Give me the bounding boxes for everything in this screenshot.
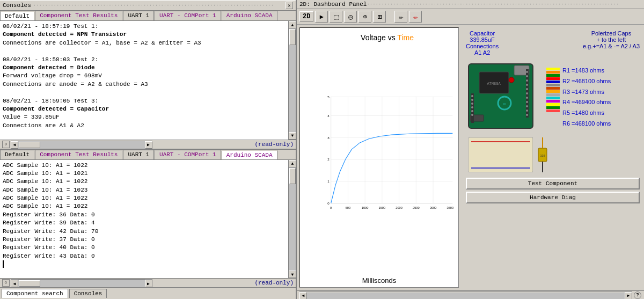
dashboard-scrollbar-h[interactable]: ◀ ▶ — [299, 291, 632, 299]
console-line — [3, 47, 286, 55]
toolbar-play-btn[interactable]: ▶ — [315, 11, 328, 23]
scroll-up-btn2[interactable]: ▲ — [289, 160, 296, 167]
toolbar-circle-btn[interactable]: ◎ — [344, 11, 357, 23]
r2-label: R2 =468100 ohms — [562, 76, 611, 87]
dash-scroll-right[interactable]: ▶ — [625, 292, 632, 300]
status-tab-consoles[interactable]: Consoles — [69, 289, 107, 298]
scroll-down-btn2[interactable]: ▼ — [289, 271, 296, 278]
console-line: 08/02/21 - 18:58:03 Test 2: — [3, 56, 286, 64]
right-bottom-bar: ◀ ▶ ? — [297, 290, 644, 299]
svg-point-45 — [526, 88, 528, 90]
scroll-right-btn2[interactable]: ▶ — [145, 280, 152, 287]
svg-point-42 — [526, 75, 528, 77]
svg-point-46 — [526, 92, 528, 94]
wire-blue — [546, 81, 560, 83]
lower-scrollbar-h[interactable]: ◀ ▶ — [11, 279, 152, 287]
tab-uart-comport-upper[interactable]: UART - COMPort 1 — [155, 11, 221, 20]
upper-console: Default Component Test Results UART 1 UA… — [0, 11, 296, 150]
close-button[interactable]: ✕ — [286, 2, 293, 9]
scroll-right-btn[interactable]: ▶ — [145, 141, 152, 149]
help-icon[interactable]: ? — [634, 291, 641, 299]
console-line: ADC Sample 10: A1 = 1021 — [3, 170, 286, 178]
tab-component-test-upper[interactable]: Component Test Results — [35, 11, 122, 20]
toolbar-brush-btn[interactable]: ✏ — [409, 11, 422, 23]
tab-arduino-scada-upper[interactable]: Arduino SCADA — [222, 11, 277, 20]
capacitor-info: Capacitor 339.85uF Connections A1 A2 — [466, 30, 499, 56]
arduino-svg: ATMEGA — [466, 61, 544, 134]
lower-tab-bar: Default Component Test Results UART 1 UA… — [0, 150, 296, 160]
scroll-left-btn[interactable]: ◀ — [11, 141, 18, 149]
dash-h-track[interactable] — [307, 293, 625, 299]
console-line: Register Write: 36 Data: 0 — [3, 211, 286, 219]
scroll-left-btn2[interactable]: ◀ — [11, 280, 18, 287]
wire-magenta — [546, 100, 560, 103]
svg-text:1000: 1000 — [362, 206, 369, 209]
status-tab-component-search[interactable]: Component search — [2, 289, 68, 298]
toolbar-grid-btn[interactable]: ⊞ — [373, 11, 386, 23]
chart-title: Voltage vs Time — [319, 33, 456, 42]
chart-x-label: Millisconds — [300, 276, 458, 285]
tab-uart1-upper[interactable]: UART 1 — [123, 11, 154, 20]
toolbar-select-btn[interactable]: ⬚ — [330, 11, 342, 23]
h-scroll-track2[interactable] — [18, 280, 145, 287]
hardware-diag-button[interactable]: Hardware Diag — [466, 192, 640, 203]
tab-uart1-lower[interactable]: UART 1 — [123, 150, 154, 159]
lower-scrollbar-v[interactable]: ▲ ▼ — [288, 160, 296, 279]
dashboard-toolbar: 2D ▶ ⬚ ◎ ⊕ ⊞ ✏ ✏ — [297, 9, 644, 25]
consoles-title: Consoles — [3, 2, 31, 9]
svg-text:2000: 2000 — [396, 206, 402, 209]
footer-icon2[interactable]: ○ — [2, 279, 10, 287]
cursor-line — [3, 260, 4, 268]
console-line: ADC Sample 10: A1 = 1022 — [3, 162, 286, 170]
scroll-track2[interactable] — [289, 167, 296, 271]
scroll-down-btn[interactable]: ▼ — [289, 132, 296, 140]
chart-svg: 0 1 2 3 4 5 0 500 1000 1500 2000 2500 30… — [319, 45, 456, 259]
svg-point-40 — [471, 114, 473, 116]
svg-point-38 — [471, 106, 473, 108]
scroll-thumb2[interactable] — [289, 168, 296, 184]
tab-default-upper[interactable]: Default — [0, 11, 34, 20]
wire-silver — [546, 93, 560, 96]
polarized-info: Polerized Caps + to the left e.g.+=A1 & … — [583, 30, 640, 56]
console-line: 08/02/21 - 18:57:19 Test 1: — [3, 23, 286, 31]
console-line: Component detected = Diode — [3, 64, 286, 72]
svg-point-47 — [526, 97, 528, 99]
h-scroll-thumb2[interactable] — [19, 280, 40, 287]
upper-scrollbar-h[interactable]: ◀ ▶ — [11, 141, 152, 148]
test-component-button[interactable]: Test Component — [466, 178, 640, 189]
tab-component-test-lower[interactable]: Component Test Results — [35, 150, 122, 159]
upper-scrollbar-v[interactable]: ▲ ▼ — [288, 21, 296, 140]
svg-point-39 — [471, 110, 473, 112]
svg-text:0: 0 — [330, 206, 332, 209]
wire-brown — [546, 87, 560, 90]
cap-svg: 339 — [536, 137, 562, 172]
svg-text:0: 0 — [327, 201, 330, 205]
action-buttons: Test Component Hardware Diag — [466, 178, 640, 203]
cap-line3: Connections — [466, 43, 499, 49]
scroll-thumb[interactable] — [289, 29, 296, 45]
svg-text:3000: 3000 — [430, 206, 437, 209]
scroll-track[interactable] — [289, 28, 296, 132]
tab-arduino-scada-lower[interactable]: Arduino SCADA — [222, 150, 277, 159]
console-line: 08/02/21 - 18:59:05 Test 3: — [3, 97, 286, 105]
dashboard-content: Voltage vs Time — [297, 25, 644, 290]
pol-line3: e.g.+=A1 & -= A2 / A3 — [583, 43, 640, 49]
h-scroll-track[interactable] — [18, 141, 145, 149]
tab-default-lower[interactable]: Default — [0, 150, 34, 159]
r1-label: R1 =1483 ohms — [562, 65, 611, 76]
svg-text:339: 339 — [540, 155, 545, 158]
scroll-up-btn[interactable]: ▲ — [289, 21, 296, 28]
toolbar-2d-label: 2D — [299, 11, 313, 22]
toolbar-crosshair-btn[interactable]: ⊕ — [358, 11, 371, 23]
h-scroll-thumb[interactable] — [19, 142, 40, 148]
dash-scroll-left[interactable]: ◀ — [299, 292, 307, 300]
toolbar-pen-btn[interactable]: ✏ — [394, 11, 407, 23]
svg-point-35 — [471, 95, 473, 97]
footer-icon[interactable]: ○ — [2, 141, 10, 148]
svg-point-41 — [526, 71, 528, 73]
tab-uart-comport-lower[interactable]: UART - COMPort 1 — [155, 150, 221, 159]
capacitor-component: 339 — [536, 137, 562, 172]
r5-label: R5 =1480 ohms — [562, 108, 611, 119]
console-line: Connections are anode = A2 & cathode = A… — [3, 81, 286, 89]
svg-text:∞: ∞ — [503, 101, 506, 106]
